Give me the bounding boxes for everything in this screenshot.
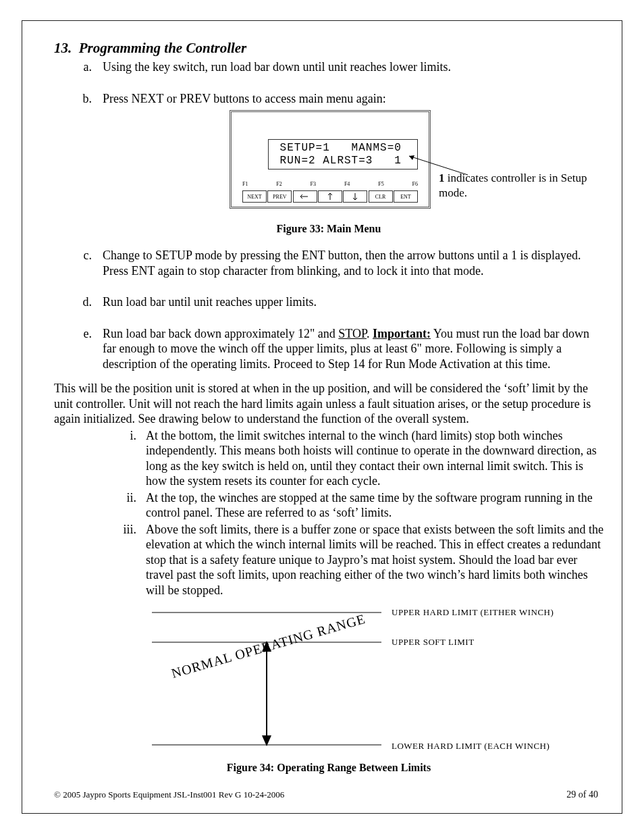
step-b-text: Press NEXT or PREV buttons to access mai… — [103, 91, 603, 107]
left-arrow-button[interactable] — [293, 190, 317, 203]
step-a-marker: a. — [54, 59, 103, 75]
sub-ii: ii. At the top, the winches are stopped … — [78, 490, 603, 521]
step-c: c. Change to SETUP mode by pressing the … — [54, 248, 603, 278]
sub-iii: iii. Above the soft limits, there is a b… — [78, 522, 603, 598]
controller-panel: SETUP=1 MANMS=0 RUN=2 ALRST=3 1 F1 F2 F3… — [230, 110, 431, 209]
section-title: Programming the Controller — [79, 40, 247, 56]
up-arrow-button[interactable] — [318, 190, 342, 203]
f2-label: F2 — [276, 181, 281, 188]
step-e-important: Important: — [373, 327, 431, 340]
section-number: 13. — [54, 40, 72, 56]
down-arrow-icon — [348, 191, 362, 202]
callout-bold: 1 — [439, 172, 445, 184]
clr-button[interactable]: CLR — [369, 190, 393, 203]
figure-34: NORMAL OPERATING RANGE UPPER HARD LIMIT … — [54, 603, 603, 758]
step-d-marker: d. — [54, 294, 103, 310]
footer-copyright: © 2005 Jaypro Sports Equipment JSL-Inst0… — [54, 789, 284, 800]
lcd-line-2: RUN=2 ALRST=3 1 — [273, 155, 402, 167]
f4-label: F4 — [344, 181, 350, 188]
step-b-marker: b. — [54, 91, 103, 107]
sub-iii-marker: iii. — [78, 522, 146, 598]
step-d-text: Run load bar until unit reaches upper li… — [103, 294, 603, 310]
callout-rest: indicates controller is in Setup mode. — [439, 172, 587, 199]
step-b: b. Press NEXT or PREV buttons to access … — [54, 91, 603, 107]
page-number: 29 of 40 — [566, 789, 598, 801]
upper-soft-limit-label: UPPER SOFT LIMIT — [392, 637, 475, 648]
sub-i: i. At the bottom, the limit switches int… — [78, 428, 603, 489]
sub-iii-text: Above the soft limits, there is a buffer… — [146, 522, 603, 598]
sub-ii-marker: ii. — [78, 490, 146, 521]
roman-sublist: i. At the bottom, the limit switches int… — [78, 428, 603, 598]
down-arrow-button[interactable] — [343, 190, 367, 203]
lower-hard-limit-label: LOWER HARD LIMIT (EACH WINCH) — [392, 741, 549, 752]
left-arrow-icon — [298, 191, 312, 202]
step-c-marker: c. — [54, 248, 103, 278]
sub-i-marker: i. — [78, 428, 146, 489]
f-key-labels: F1 F2 F3 F4 F5 F6 — [242, 181, 418, 188]
f5-label: F5 — [378, 181, 383, 188]
step-e-text: Run load bar back down approximately 12"… — [103, 326, 603, 372]
sub-ii-text: At the top, the winches are stopped at t… — [146, 490, 603, 521]
prev-button[interactable]: PREV — [267, 190, 292, 203]
sub-i-text: At the bottom, the limit switches intern… — [146, 428, 603, 489]
step-a: a. Using the key switch, run load bar do… — [54, 59, 603, 75]
up-arrow-icon — [323, 191, 337, 202]
ent-button[interactable]: ENT — [394, 190, 418, 203]
f6-label: F6 — [412, 181, 417, 188]
step-e-stop: STOP — [338, 327, 367, 340]
step-d: d. Run load bar until unit reaches upper… — [54, 294, 603, 310]
step-e-lead: Run load bar back down approximately 12"… — [103, 327, 338, 340]
step-a-text: Using the key switch, run load bar down … — [103, 59, 603, 75]
controller-buttons: NEXT PREV CLR ENT — [242, 190, 418, 203]
page-content: 13. Programming the Controller a. Using … — [54, 39, 603, 787]
step-e-marker: e. — [54, 326, 103, 372]
upper-hard-limit-label: UPPER HARD LIMIT (EITHER WINCH) — [392, 607, 554, 618]
step-e-dot: . — [367, 327, 373, 340]
lcd-line-1: SETUP=1 MANMS=0 — [273, 142, 402, 154]
f1-label: F1 — [242, 181, 248, 188]
figure-33-caption: Figure 33: Main Menu — [54, 222, 603, 236]
figure-34-caption: Figure 34: Operating Range Between Limit… — [54, 761, 603, 775]
figure-33: SETUP=1 MANMS=0 RUN=2 ALRST=3 1 F1 F2 F3… — [54, 110, 603, 218]
step-e: e. Run load bar back down approximately … — [54, 326, 603, 372]
lcd-screen: SETUP=1 MANMS=0 RUN=2 ALRST=3 1 — [268, 139, 418, 170]
callout-text: 1 indicates controller is in Setup mode. — [439, 171, 608, 200]
paragraph-soft-limit: This will be the position unit is stored… — [54, 381, 603, 427]
step-c-text: Change to SETUP mode by pressing the ENT… — [103, 248, 603, 278]
next-button[interactable]: NEXT — [242, 190, 267, 203]
section-heading: 13. Programming the Controller — [54, 39, 603, 57]
f3-label: F3 — [311, 181, 316, 188]
